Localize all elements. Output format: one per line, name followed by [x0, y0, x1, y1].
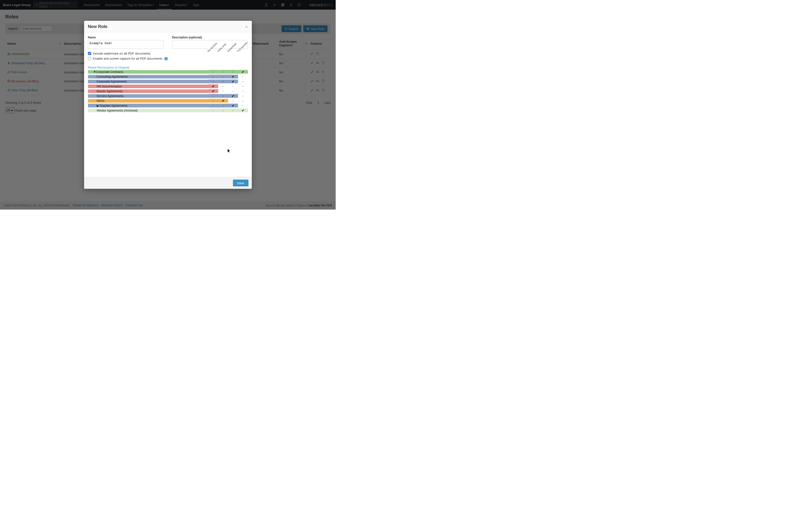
reset-permissions-link[interactable]: Reset Permissions to Original	[88, 66, 129, 69]
watermark-checkbox[interactable]	[88, 52, 91, 55]
radio-dot-icon	[222, 76, 223, 77]
radio-dot-icon	[233, 110, 234, 111]
check-icon: ✔	[242, 109, 244, 112]
permission-cell[interactable]	[238, 84, 248, 88]
permission-cell[interactable]	[238, 79, 248, 83]
permission-cell[interactable]: ✔	[238, 108, 248, 112]
radio-dot-icon	[222, 81, 223, 82]
permission-row: ▶Supplier Agreements✔	[88, 103, 248, 108]
permission-cell[interactable]	[238, 89, 248, 93]
check-icon: ✔	[212, 89, 215, 93]
radio-dot-icon	[213, 101, 214, 101]
new-role-modal: New Role × Name Example User Description…	[84, 21, 252, 189]
radio-dot-icon	[233, 86, 234, 87]
permission-cell[interactable]	[208, 104, 218, 107]
radio-dot-icon	[213, 105, 214, 106]
radio-dot-icon	[213, 71, 214, 72]
permission-column-headers: No access View only Download Full access	[209, 50, 248, 53]
permission-cell[interactable]	[218, 104, 228, 107]
radio-dot-icon	[233, 71, 234, 72]
permission-cell[interactable]: ✔	[238, 70, 248, 74]
modal-header: New Role ×	[84, 21, 252, 32]
permission-row: Service Agreements✔	[88, 94, 248, 98]
modal-body: Name Example User Description (optional)…	[84, 32, 252, 177]
radio-dot-icon	[242, 96, 243, 97]
permission-cell[interactable]	[228, 84, 238, 88]
radio-dot-icon	[242, 76, 243, 77]
permission-cell[interactable]: ✔	[218, 99, 228, 103]
permission-label: Consulting Agreements	[88, 75, 208, 78]
permission-cell[interactable]: ✔	[228, 74, 238, 78]
permission-label: Vendor Agreements (Archived)	[88, 109, 208, 112]
mouse-cursor-icon	[227, 149, 231, 154]
caret-down-icon[interactable]: ▼	[93, 70, 96, 74]
permission-cell[interactable]	[238, 74, 248, 78]
close-icon[interactable]: ×	[245, 24, 248, 29]
permission-label: ▶Supplier Agreements	[88, 104, 208, 107]
modal-overlay[interactable]: New Role × Name Example User Description…	[0, 0, 336, 210]
permission-cell[interactable]: ✔	[208, 84, 218, 88]
permission-cell[interactable]: ✔	[208, 89, 218, 93]
radio-dot-icon	[222, 91, 223, 92]
permission-cell[interactable]	[208, 108, 218, 112]
permission-cell[interactable]	[208, 70, 218, 74]
permission-cell[interactable]	[238, 104, 248, 107]
permission-cell[interactable]	[208, 94, 218, 98]
check-icon: ✔	[232, 94, 235, 98]
permission-cell[interactable]	[218, 74, 228, 78]
radio-dot-icon	[233, 101, 234, 101]
permission-cell[interactable]	[238, 99, 248, 103]
permission-cell[interactable]	[228, 108, 238, 112]
permission-cell[interactable]	[208, 99, 218, 103]
permission-cell[interactable]	[218, 89, 228, 93]
check-icon: ✔	[232, 75, 235, 78]
radio-dot-icon	[242, 86, 243, 87]
permission-cell[interactable]	[228, 89, 238, 93]
permission-row: NDAs✔	[88, 98, 248, 103]
check-icon: ✔	[222, 99, 224, 103]
permission-cell[interactable]	[218, 94, 228, 98]
modal-title: New Role	[88, 24, 108, 29]
info-icon[interactable]: i	[164, 57, 168, 60]
permission-cell[interactable]	[218, 108, 228, 112]
permission-row: Consulting Agreements✔	[88, 74, 248, 79]
description-label: Description (optional)	[172, 36, 248, 39]
save-button[interactable]: Save	[233, 180, 248, 186]
radio-dot-icon	[222, 71, 223, 72]
permission-cell[interactable]: ✔	[228, 79, 238, 83]
permission-cell[interactable]	[218, 79, 228, 83]
name-label: Name	[88, 36, 164, 39]
anti-screen-checkbox[interactable]	[88, 57, 91, 60]
radio-dot-icon	[242, 81, 243, 82]
permission-cell[interactable]	[218, 70, 228, 74]
permission-cell[interactable]	[208, 79, 218, 83]
check-icon: ✔	[232, 80, 235, 83]
role-name-input[interactable]: Example User	[88, 40, 164, 49]
permission-row: Vendor Agreements (Archived)✔	[88, 108, 248, 113]
modal-footer: Save	[84, 177, 252, 189]
permission-cell[interactable]	[218, 84, 228, 88]
radio-dot-icon	[242, 101, 243, 101]
permission-row: HR Documentation✔	[88, 84, 248, 89]
permission-cell[interactable]	[228, 70, 238, 74]
check-icon: ✔	[242, 70, 244, 74]
radio-dot-icon	[222, 96, 223, 97]
permission-cell[interactable]	[228, 99, 238, 103]
radio-dot-icon	[213, 110, 214, 111]
permission-cell[interactable]: ✔	[228, 94, 238, 98]
radio-dot-icon	[222, 105, 223, 106]
anti-screen-checkbox-row[interactable]: Enable anti-screen capture for all PDF d…	[88, 57, 248, 60]
caret-right-icon[interactable]: ▶	[97, 104, 99, 107]
permission-cell[interactable]: ✔	[228, 104, 238, 107]
radio-dot-icon	[242, 105, 243, 106]
permission-cell[interactable]	[208, 74, 218, 78]
radio-dot-icon	[242, 91, 243, 92]
permission-label: ▼Corporate Contracts	[88, 70, 208, 74]
permission-label: NDAs	[88, 99, 208, 103]
permission-label: Corporate Agreements	[88, 80, 208, 83]
radio-dot-icon	[222, 86, 223, 87]
permission-cell[interactable]	[238, 94, 248, 98]
radio-dot-icon	[213, 96, 214, 97]
check-icon: ✔	[232, 104, 235, 107]
permission-grid: Reset Permissions to Original No access …	[88, 61, 248, 113]
